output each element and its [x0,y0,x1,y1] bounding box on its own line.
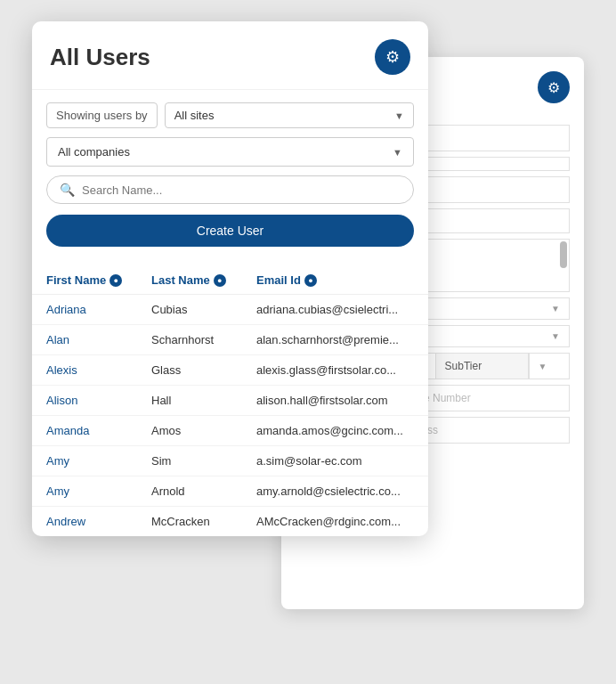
table-body: Adriana Cubias adriana.cubias@csielectri… [32,295,428,536]
td-firstname: Andrew [46,515,151,528]
col-firstname-sort-icon: ● [109,274,122,287]
bg-gear-icon: ⚙ [547,79,560,96]
sites-chevron-icon: ▼ [394,110,404,121]
main-card: All Users ⚙ Showing users by All sites ▼… [32,21,428,536]
col-lastname-sort-icon: ● [214,274,226,287]
bg-subtier-value[interactable]: ▼ [529,353,570,379]
table-row[interactable]: Amy Arnold amy.arnold@csielectric.co... [32,476,428,507]
td-firstname: Alison [46,394,151,407]
table-row[interactable]: Andrew McCracken AMcCracken@rdginc.com..… [32,507,428,536]
td-email: amy.arnold@csielectric.co... [256,484,414,498]
sites-filter-row: Showing users by All sites ▼ [46,102,414,128]
search-icon: 🔍 [60,183,75,197]
bg-gear-button[interactable]: ⚙ [538,71,570,103]
companies-dropdown[interactable]: All companies ▼ [46,137,414,167]
td-email: AMcCracken@rdginc.com... [256,515,414,528]
table-row[interactable]: Adriana Cubias adriana.cubias@csielectri… [32,295,428,325]
td-firstname: Alexis [46,363,151,377]
table-row[interactable]: Alison Hall alison.hall@firstsolar.com [32,386,428,416]
td-firstname: Amy [46,484,151,498]
td-firstname: Amanda [46,424,151,437]
td-email: alison.hall@firstsolar.com [256,394,414,407]
bg-chevron2-icon: ▼ [551,331,560,341]
td-email: alexis.glass@firstsolar.co... [256,363,414,377]
table-header: First Name ● Last Name ● Email Id ● [32,266,428,295]
td-lastname: Arnold [151,484,256,498]
bg-chevron1-icon: ▼ [551,304,560,314]
bg-subtier-label: SubTier [435,353,529,379]
gear-button[interactable]: ⚙ [375,39,410,75]
sites-dropdown[interactable]: All sites ▼ [165,102,414,128]
td-lastname: Cubias [151,303,256,316]
col-firstname-label: First Name [46,273,106,287]
td-email: amanda.amos@gcinc.com... [256,424,414,437]
td-firstname: Adriana [46,303,151,316]
td-lastname: Sim [151,454,256,468]
td-email: adriana.cubias@csielectri... [256,303,414,316]
td-lastname: Hall [151,394,256,407]
col-email-sort-icon: ● [304,274,317,287]
filters-section: Showing users by All sites ▼ All compani… [32,90,428,266]
col-email-label: Email Id [256,273,301,287]
td-firstname: Amy [46,454,151,468]
table-row[interactable]: Amy Sim a.sim@solar-ec.com [32,446,428,476]
td-lastname: Glass [151,363,256,377]
col-lastname-header[interactable]: Last Name ● [151,273,256,287]
showing-users-label: Showing users by [46,102,158,128]
search-box: 🔍 [46,175,414,204]
td-lastname: McCracken [151,515,256,528]
table-row[interactable]: Alexis Glass alexis.glass@firstsolar.co.… [32,355,428,386]
companies-chevron-icon: ▼ [393,147,402,158]
bg-subtier-chevron-icon: ▼ [539,362,547,371]
bg-scrollbar[interactable] [560,241,567,268]
td-lastname: Scharnhorst [151,333,256,346]
table-row[interactable]: Amanda Amos amanda.amos@gcinc.com... [32,416,428,446]
card-header: All Users ⚙ [32,21,428,90]
companies-value: All companies [58,145,130,159]
col-firstname-header[interactable]: First Name ● [46,273,151,287]
create-user-button[interactable]: Create User [46,215,414,247]
col-lastname-label: Last Name [151,273,210,287]
search-input[interactable] [82,183,401,197]
td-lastname: Amos [151,424,256,437]
col-email-header[interactable]: Email Id ● [256,273,414,287]
gear-icon: ⚙ [385,47,400,67]
sites-value: All sites [174,109,215,122]
table-row[interactable]: Alan Scharnhorst alan.scharnhorst@premie… [32,325,428,355]
td-email: a.sim@solar-ec.com [256,454,414,468]
td-email: alan.scharnhorst@premie... [256,333,414,346]
page-title: All Users [50,44,150,71]
td-firstname: Alan [46,333,151,346]
